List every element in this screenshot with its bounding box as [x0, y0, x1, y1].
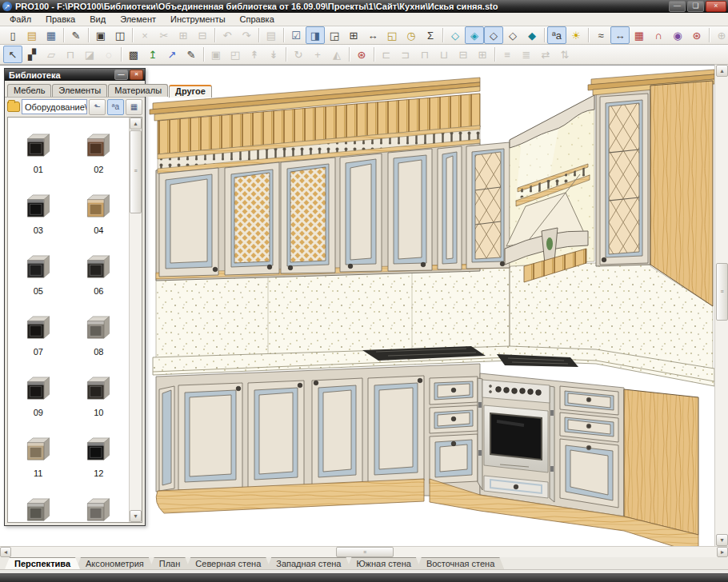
mirror-object-button[interactable]: ◭ [327, 46, 346, 63]
zoom-in-button[interactable]: ⊕ [712, 26, 728, 44]
element-properties-button[interactable]: ▤ [262, 26, 281, 44]
library-item[interactable]: 06 [69, 244, 130, 305]
library-minimize-button[interactable]: — [114, 70, 128, 80]
distribute-horizontal-button[interactable]: ≡ [498, 46, 517, 63]
align-left-button[interactable]: ⊏ [377, 46, 396, 63]
textures-button[interactable]: ≈ [591, 26, 610, 44]
cut-object-button[interactable]: ◪ [80, 46, 99, 63]
separator[interactable] [283, 28, 284, 42]
library-item[interactable]: 07 [8, 305, 69, 365]
snap-magnet-button[interactable]: ∩ [649, 26, 668, 44]
rotate-object-button[interactable]: ↻ [289, 46, 308, 63]
project-properties-button[interactable]: ☑ [286, 26, 306, 44]
send-back-button[interactable]: ↡ [264, 46, 283, 63]
upper-cabinets-left[interactable] [150, 78, 510, 281]
scroll-left-arrow[interactable]: ◂ [0, 547, 11, 557]
show-hints-button[interactable]: ◱ [382, 26, 402, 44]
separator[interactable] [709, 28, 710, 42]
print-preview-button[interactable]: ◫ [110, 26, 130, 44]
select-tool-button[interactable]: ↖ [3, 46, 22, 63]
separator[interactable] [214, 28, 215, 42]
delete-button[interactable]: × [135, 26, 154, 44]
view-solid-button[interactable]: ◆ [522, 26, 542, 44]
library-item[interactable]: 04 [69, 183, 130, 244]
vertical-scrollbar[interactable]: ▴ ≡ ▾ [714, 65, 728, 546]
render-view-button[interactable]: ⊛ [352, 46, 371, 63]
counter-tool-button[interactable]: ⊓ [61, 46, 80, 63]
menu-item[interactable]: Инструменты [164, 14, 232, 25]
wall-tool-button[interactable]: ▞ [22, 46, 42, 63]
undo-button[interactable]: ↶ [218, 26, 237, 44]
separator[interactable] [349, 47, 350, 62]
view-hidden-lines-button[interactable]: ◇ [484, 26, 503, 44]
align-bottom-button[interactable]: ⊔ [434, 46, 454, 63]
distribute-vertical-button[interactable]: ≣ [517, 46, 536, 63]
separator[interactable] [121, 47, 122, 62]
lighting-button[interactable]: ☀ [566, 26, 586, 44]
select-mode-button[interactable]: ↗ [162, 46, 182, 63]
view-shaded-button[interactable]: ◈ [465, 26, 484, 44]
library-item[interactable]: 02 [69, 122, 130, 183]
separator[interactable] [588, 28, 589, 42]
separator[interactable] [258, 28, 259, 42]
close-button[interactable]: × [706, 1, 726, 12]
menu-item[interactable]: Файл [3, 14, 38, 25]
view-tab[interactable]: Аксонометрия [76, 557, 154, 569]
library-item[interactable]: 03 [8, 183, 69, 244]
separator[interactable] [132, 28, 133, 42]
zoom-to-selection-button[interactable]: ◲ [325, 26, 344, 44]
photorealism-button[interactable]: ◉ [668, 26, 687, 44]
library-tab[interactable]: Элементы [52, 84, 107, 97]
scroll-up-arrow[interactable]: ▴ [716, 65, 728, 77]
library-item[interactable]: 13 [8, 487, 69, 523]
library-item[interactable]: 11 [8, 426, 69, 487]
align-right-button[interactable]: ⊐ [396, 46, 415, 63]
view-tab[interactable]: План [150, 557, 190, 569]
library-tab[interactable]: Материалы [108, 84, 168, 97]
edit-shape-button[interactable]: ✎ [182, 46, 201, 63]
snap-grid-button[interactable]: ▩ [124, 46, 143, 63]
library-close-button[interactable]: × [130, 70, 143, 80]
view-tab[interactable]: Северная стена [186, 557, 270, 569]
antialiasing-button[interactable]: ªa [547, 26, 566, 44]
separator[interactable] [88, 28, 89, 42]
bring-forward-button[interactable]: ↟ [245, 46, 264, 63]
measure-tool-button[interactable]: ◌ [99, 46, 118, 63]
minimize-button[interactable]: — [669, 1, 686, 12]
menu-item[interactable]: Правка [39, 14, 82, 25]
separator[interactable] [544, 28, 545, 42]
sort-by-name-button[interactable]: ªa [107, 99, 124, 115]
separator[interactable] [63, 28, 64, 42]
ungroup-objects-button[interactable]: ◰ [226, 46, 245, 63]
library-item[interactable]: 05 [8, 244, 69, 305]
base-cabinets-left[interactable] [156, 364, 480, 496]
library-item[interactable]: 08 [69, 305, 130, 365]
library-tab[interactable]: Мебель [7, 84, 51, 97]
print-button[interactable]: ▣ [91, 26, 110, 44]
library-scroll-up[interactable]: ▴ [130, 118, 142, 130]
object-structure-button[interactable]: ⊞ [344, 26, 363, 44]
view-wireframe-button[interactable]: ◇ [446, 26, 465, 44]
floor-tool-button[interactable]: ▱ [42, 46, 61, 63]
library-scroll-thumb[interactable]: ≡ [130, 130, 142, 213]
price-list-button[interactable]: ◷ [402, 26, 421, 44]
library-item[interactable]: 12 [69, 426, 130, 487]
dimensions-mode-button[interactable]: ↔ [610, 26, 630, 44]
separator[interactable] [286, 47, 286, 62]
view-tab[interactable]: Перспектива [5, 557, 80, 569]
separator[interactable] [374, 47, 374, 62]
scroll-down-arrow[interactable]: ▾ [716, 534, 728, 546]
separator[interactable] [203, 47, 204, 62]
open-project-button[interactable]: ▤ [22, 26, 42, 44]
edit-element-button[interactable]: ✎ [66, 26, 86, 44]
thumbnail-view-button[interactable]: ▦ [126, 99, 142, 115]
render-button[interactable]: ⊛ [687, 26, 706, 44]
library-item[interactable]: 09 [8, 365, 69, 426]
calculate-sum-button[interactable]: Σ [421, 26, 440, 44]
library-item[interactable]: 10 [69, 365, 130, 426]
view-contour-button[interactable]: ◇ [503, 26, 522, 44]
library-scroll-down[interactable]: ▾ [130, 510, 142, 522]
paste-button[interactable]: ⊟ [193, 26, 212, 44]
vertical-scroll-thumb[interactable]: ≡ [716, 263, 728, 321]
separator[interactable] [442, 28, 443, 42]
